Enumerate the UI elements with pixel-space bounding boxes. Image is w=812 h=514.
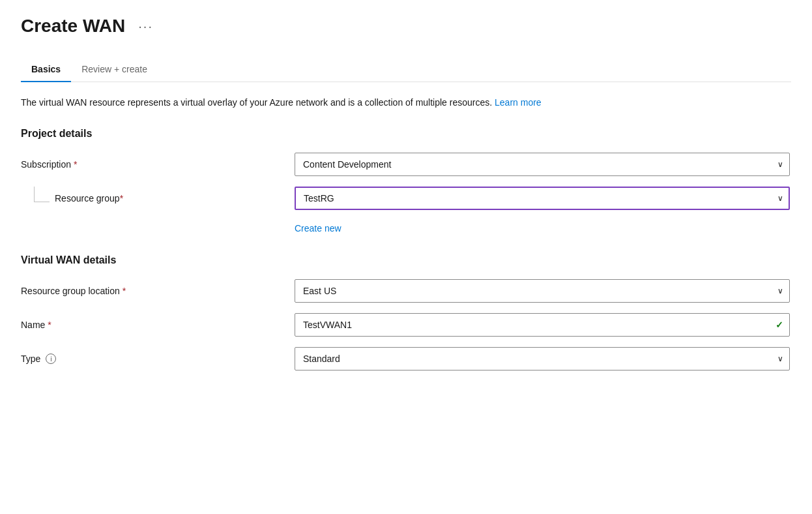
resource-group-location-row: Resource group location * East US ∨: [21, 279, 791, 303]
type-label: Type: [21, 354, 40, 364]
subscription-required-star: *: [74, 159, 77, 170]
name-required-star: *: [48, 320, 51, 330]
tab-review-create[interactable]: Review + create: [71, 57, 158, 82]
resource-group-location-label: Resource group location: [21, 286, 120, 296]
create-new-row: Create new: [21, 220, 791, 234]
subscription-select-wrapper: Content Development ∨: [295, 153, 790, 176]
resource-group-required-star: *: [120, 193, 123, 204]
name-input[interactable]: [295, 313, 790, 337]
name-label: Name: [21, 320, 45, 330]
ellipsis-menu-button[interactable]: ···: [133, 16, 158, 37]
subscription-select[interactable]: Content Development: [295, 153, 790, 176]
connector-line: [34, 187, 50, 202]
resource-group-select-wrapper: TestRG ∨: [295, 187, 790, 210]
project-details-section: Project details Subscription * Content D…: [21, 128, 791, 234]
resource-group-label: Resource group: [55, 193, 120, 204]
resource-group-location-select[interactable]: East US: [295, 279, 790, 303]
resource-group-location-select-wrapper: East US ∨: [295, 279, 790, 303]
subscription-row: Subscription * Content Development ∨: [21, 153, 791, 176]
type-select-wrapper: Standard ∨: [295, 347, 790, 370]
type-select[interactable]: Standard: [295, 347, 790, 370]
learn-more-link[interactable]: Learn more: [495, 97, 542, 108]
project-details-title: Project details: [21, 128, 791, 140]
type-row: Type i Standard ∨: [21, 347, 791, 370]
wan-details-title: Virtual WAN details: [21, 254, 791, 266]
name-input-wrapper: ✓: [295, 313, 790, 337]
type-info-icon[interactable]: i: [46, 354, 56, 364]
resource-group-location-required-star: *: [123, 286, 126, 296]
name-row: Name * ✓: [21, 313, 791, 337]
description-text: The virtual WAN resource represents a vi…: [21, 95, 738, 110]
page-title: Create WAN: [21, 16, 125, 37]
page-header: Create WAN ···: [21, 16, 791, 37]
resource-group-row: Resource group * TestRG ∨: [21, 187, 791, 210]
wan-details-section: Virtual WAN details Resource group locat…: [21, 254, 791, 370]
subscription-label: Subscription: [21, 159, 71, 170]
resource-group-select[interactable]: TestRG: [295, 187, 790, 210]
create-new-link[interactable]: Create new: [295, 223, 341, 234]
tab-basics[interactable]: Basics: [21, 57, 71, 82]
tab-bar: Basics Review + create: [21, 57, 791, 82]
